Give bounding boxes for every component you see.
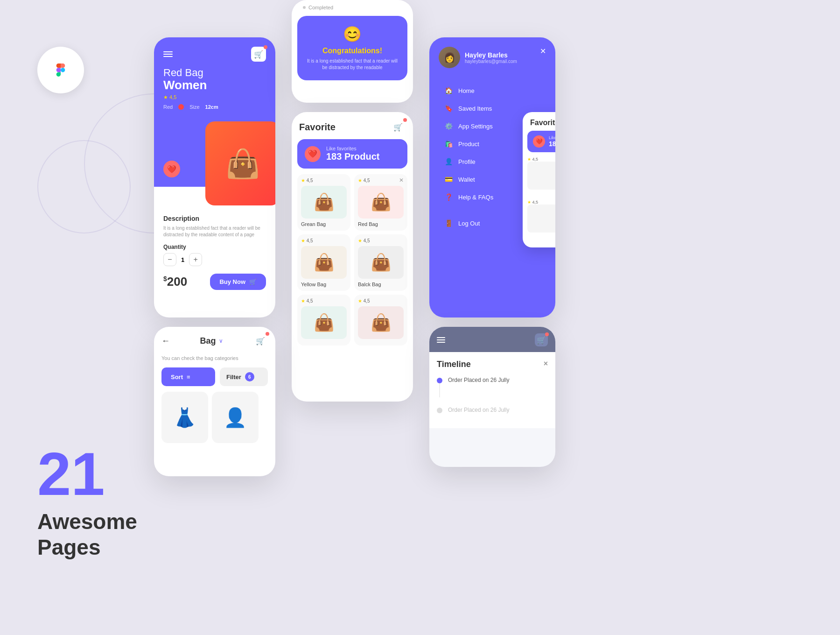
timeline-hamburger[interactable] [437,337,445,343]
timeline-cart-button[interactable]: 🛒 [535,333,548,346]
fav-panel-banner: ❤️ Like favorites 183 Pro... [527,131,555,152]
fav-item-black: ★ 4,5 👜 Balck Bag [354,234,407,291]
big-number: 21 [37,444,105,504]
timeline-close[interactable]: × [544,360,548,369]
user-info: Hayley Barles hayleybarles@gmail.com [465,51,517,64]
fav-panel-bag-1: 👜 [527,162,555,190]
cart-button[interactable]: 🛒 [251,47,266,62]
nav-home-label: Home [458,87,475,94]
quantity-value: 1 [181,256,184,263]
profile-icon: 👤 [444,158,453,165]
timeline-item-1: Order Placed on 26 Jully [437,377,548,399]
status-row: Completed [292,0,413,10]
price-section: $200 Buy Now 🛒 [163,274,266,290]
bag-title: Bag [200,336,216,346]
fav-item-5: ★ 4,5 👜 [297,295,350,346]
congrats-emoji: 😊 [307,25,398,43]
timeline-event-1: Order Placed on 26 Jully [448,377,509,383]
user-avatar: 👩 [439,47,460,68]
nav-settings-label: App Settings [458,123,493,130]
fav-rating-4: ★ 4,5 [358,238,404,243]
product-icon: 🛍️ [444,140,453,148]
fav-panel-name-2: Yellow Bag [527,234,555,239]
fav-panel-title: Favorite [523,112,555,131]
fav-panel-rating-2: ★ 4,5 [527,200,555,205]
sort-button[interactable]: Sort ≡ [161,367,215,386]
congrats-title: Congratulations! [307,47,398,55]
fav-panel-name-1: Grean Bag [527,191,555,196]
quantity-minus[interactable]: − [163,253,176,266]
fav-item-6: ★ 4,5 👜 [354,295,407,346]
fav-panel-heart-icon: ❤️ [533,135,545,148]
card-timeline: 🛒 Timeline × Order Placed on 26 Jully Or… [429,327,555,467]
filter-count-badge: 6 [245,372,254,381]
like-label: Like favorites [326,146,379,151]
fav-panel-like-label: Like favorites [549,135,555,140]
fav-bag-yellow: 👜 [301,246,347,279]
timeline-text-group-2: Order Placed on 26 Jully [448,407,509,413]
help-icon: ❓ [444,193,453,201]
fav-rating-1: ★ 4,5 [301,178,347,183]
description-title: Description [163,215,266,222]
favorite-count-section: Like favorites 183 Product [326,146,379,162]
nav-saved-label: Saved Items [458,105,492,112]
bag-actions: Sort ≡ Filter 6 [154,367,275,392]
logout-icon: 🚪 [444,219,453,227]
fav-item-red: ✕ ★ 4,5 👜 Red Bag [354,174,407,231]
favorite-banner: ❤️ Like favorites 183 Product [297,139,407,169]
nav-profile-label: Profile [458,158,476,165]
fav-bag-6: 👜 [358,306,404,339]
size-value: 12cm [205,104,218,110]
quantity-row: − 1 + [163,253,266,266]
fav-cart-button[interactable]: 🛒 [391,120,406,134]
timeline-line-group [437,377,442,399]
avatar-image: 👩 [439,47,460,68]
status-dot [303,6,306,9]
bag-cart-button[interactable]: 🛒 [253,333,268,348]
fav-panel-count-section: Like favorites 183 Pro... [549,135,555,148]
fav-panel-item-2: ★ 4,5 👜 Yellow Bag [527,200,555,239]
card-favorite: Favorite 🛒 ❤️ Like favorites 183 Product… [292,112,413,402]
fav-name-3: Yellow Bag [301,282,347,287]
fav-item-green: ★ 4,5 👜 Grean Bag [297,174,350,231]
fav-bag-5: 👜 [301,306,347,339]
nav-wallet-label: Wallet [458,176,475,183]
fav-rating-3: ★ 4,5 [301,238,347,243]
bag-chevron-icon: ∨ [219,338,223,344]
timeline-body: Timeline × Order Placed on 26 Jully Orde… [429,352,555,428]
buy-now-button[interactable]: Buy Now 🛒 [210,274,266,290]
favorite-title: Favorite [299,122,336,133]
product-options: Red Size 12cm [163,104,266,110]
timeline-connector [439,383,440,397]
bag-preview-1: 👗 [161,392,208,443]
sidebar-close[interactable]: ✕ [540,47,546,56]
fav-name-2: Red Bag [358,221,404,227]
fav-panel-bag-2: 👜 [527,205,555,233]
favorite-heart-icon: ❤️ [305,146,321,162]
fav-panel-count: 183 Pro... [549,140,555,148]
back-button[interactable]: ← [161,336,170,346]
hamburger-icon[interactable] [163,51,173,57]
settings-icon: ⚙️ [444,122,453,130]
bag-preview-2: 👤 [212,392,259,443]
fav-name-4: Balck Bag [358,282,404,287]
favorite-header: Favorite 🛒 [292,112,413,139]
user-name: Hayley Barles [465,51,517,59]
fav-remove-2[interactable]: ✕ [399,177,404,183]
fav-panel-items: ★ 4,5 👜 Grean Bag ★ 4,5 👜 Yellow Bag [523,157,555,247]
product-header: 🛒 Red Bag Women ★ 4,5 Red Size 12cm 👜 ❤️ [154,37,275,187]
sidebar-item-home[interactable]: 🏠 Home [439,82,546,99]
cart-notification-dot [264,45,267,49]
filter-button[interactable]: Filter 6 [220,367,268,386]
favorite-button[interactable]: ❤️ [163,161,180,177]
big-subtitle: Awesome Pages [37,509,137,560]
timeline-header: 🛒 [429,327,555,352]
quantity-label: Quantity [163,244,266,250]
timeline-event-2: Order Placed on 26 Jully [448,407,509,413]
fav-item-yellow: ★ 4,5 👜 Yellow Bag [297,234,350,291]
fav-name-1: Grean Bag [301,221,347,227]
description-text: It is a long established fact that a rea… [163,225,266,238]
favorite-panel-overlay: Favorite ❤️ Like favorites 183 Pro... ★ … [523,112,555,247]
quantity-plus[interactable]: + [189,253,202,266]
color-label: Red [163,104,173,110]
